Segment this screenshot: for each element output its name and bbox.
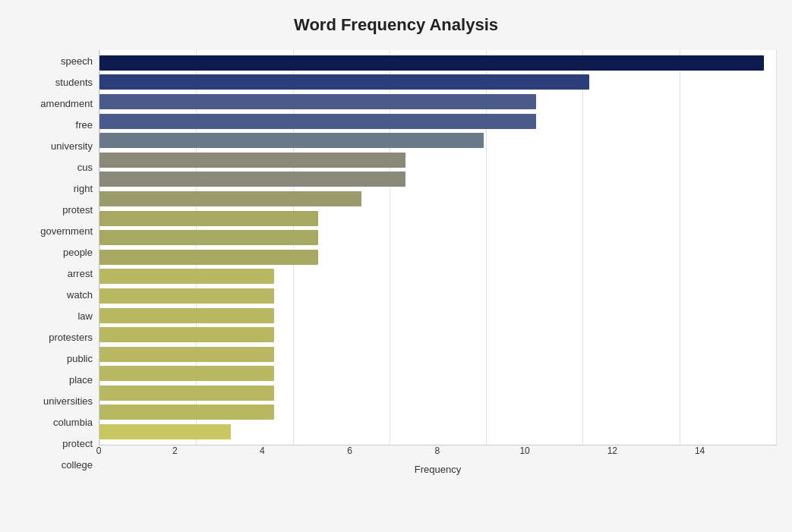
bar-row — [99, 365, 777, 382]
y-label: law — [77, 307, 93, 326]
bar — [99, 55, 764, 71]
y-label: arrest — [68, 263, 93, 283]
bar — [99, 230, 318, 245]
y-label: college — [62, 455, 93, 475]
x-axis: 02468101214 Frequency — [99, 445, 777, 476]
y-label: university — [51, 136, 93, 156]
bar-row — [99, 346, 777, 363]
bar-row — [99, 210, 777, 227]
x-tick: 8 — [426, 445, 449, 456]
y-label: columbia — [53, 413, 93, 433]
x-axis-label: Frequency — [99, 464, 777, 475]
bar — [99, 366, 274, 381]
y-label: place — [69, 370, 93, 390]
bar — [99, 74, 589, 90]
y-axis: speechstudentsamendmentfreeuniversitycus… — [15, 50, 99, 476]
y-label: free — [76, 115, 93, 134]
bar-row — [99, 288, 777, 304]
x-ticks-wrapper: 02468101214 — [99, 445, 777, 461]
bar-row — [99, 152, 777, 168]
bar-row — [99, 326, 777, 343]
chart-container: Word Frequency Analysis speechstudentsam… — [0, 0, 792, 532]
bar-row — [99, 307, 777, 324]
y-label: universities — [43, 392, 93, 411]
x-tick: 0 — [87, 445, 110, 456]
bars-inner — [99, 50, 777, 445]
bar — [99, 250, 318, 265]
y-label: students — [55, 72, 93, 92]
bar — [99, 327, 274, 342]
y-label: protest — [62, 200, 93, 219]
bar — [99, 386, 274, 401]
bar-row — [99, 93, 777, 110]
bar-row — [99, 229, 777, 246]
bar-row — [99, 132, 777, 149]
bar — [99, 347, 274, 362]
bar-row — [99, 404, 777, 420]
bar-row — [99, 190, 777, 207]
bar — [99, 114, 536, 129]
y-label: people — [63, 242, 93, 262]
y-label: speech — [61, 51, 93, 71]
bar-row — [99, 113, 777, 130]
y-label: government — [40, 221, 93, 241]
bars-and-x: 02468101214 Frequency — [99, 50, 777, 476]
y-label: right — [74, 178, 93, 198]
bar — [99, 424, 231, 439]
y-label: protesters — [49, 328, 93, 348]
x-tick: 2 — [163, 445, 186, 456]
y-label: amendment — [40, 93, 93, 113]
x-tick: 4 — [251, 445, 273, 456]
bar-row — [99, 249, 777, 266]
bar-row — [99, 55, 777, 71]
bar — [99, 211, 318, 226]
bar-row — [99, 385, 777, 401]
bar-row — [99, 74, 777, 90]
x-tick: 6 — [339, 445, 361, 456]
bar — [99, 172, 405, 187]
bar — [99, 405, 274, 420]
bar — [99, 308, 274, 323]
bar — [99, 288, 274, 304]
y-label: cus — [77, 157, 93, 177]
y-label: public — [67, 349, 93, 369]
bar-row — [99, 268, 777, 285]
bar-row — [99, 171, 777, 187]
chart-area: speechstudentsamendmentfreeuniversitycus… — [15, 50, 777, 476]
x-tick: 12 — [601, 445, 623, 456]
y-label: watch — [67, 285, 93, 305]
bar-row — [99, 423, 777, 440]
bar — [99, 191, 361, 206]
chart-title: Word Frequency Analysis — [15, 15, 777, 35]
bar — [99, 94, 536, 109]
bar — [99, 269, 274, 284]
bar — [99, 153, 405, 168]
x-tick: 14 — [689, 445, 712, 456]
x-tick: 10 — [513, 445, 536, 456]
bars-panel — [99, 50, 777, 445]
bar — [99, 133, 484, 148]
